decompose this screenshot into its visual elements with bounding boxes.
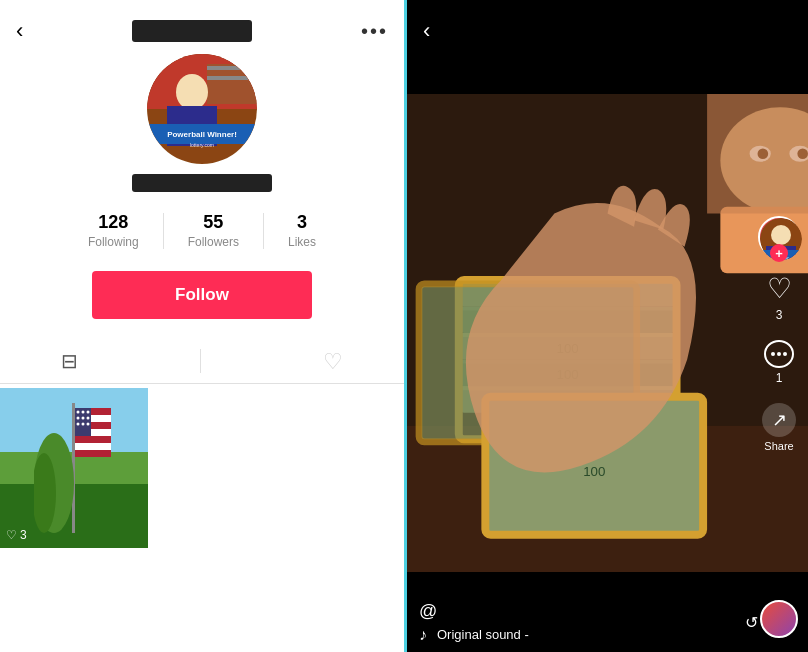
following-count: 128 [98,212,128,233]
svg-point-6 [176,74,208,110]
video-header: ‹ [407,0,808,54]
sound-label: Original sound - [437,627,529,642]
music-note-icon: ♪ [419,626,427,644]
svg-text:Powerball Winner!: Powerball Winner! [167,130,237,139]
following-stat: 128 Following [88,212,139,249]
profile-header: ‹ ••• [0,0,404,54]
share-label: Share [764,440,793,452]
svg-text:lottery.com: lottery.com [190,142,214,148]
svg-rect-5 [207,76,255,80]
svg-rect-4 [207,66,255,70]
following-label: Following [88,235,139,249]
comment-count: 1 [776,371,783,385]
video-like-count: ♡ 3 [6,528,27,542]
svg-point-24 [82,417,85,420]
flag-image [34,403,114,533]
at-symbol-icon: @ [419,601,437,622]
header-title-redacted [132,20,252,42]
video-bottom-bar [407,572,808,592]
like-action[interactable]: ♡ 3 [767,272,792,322]
like-count: 3 [776,308,783,322]
back-button[interactable]: ‹ [16,18,23,44]
comment-icon[interactable] [764,340,794,368]
svg-rect-57 [707,94,808,214]
avatar: Powerball Winner! lottery.com [147,54,257,164]
followers-count: 55 [203,212,223,233]
stat-divider-2 [263,213,264,249]
svg-rect-16 [75,436,111,443]
bottom-username-row: @ [419,601,796,622]
likes-stat: 3 Likes [288,212,316,249]
video-thumbnail[interactable]: ♡ 3 [0,388,148,548]
svg-rect-17 [75,443,111,450]
stat-divider-1 [163,213,164,249]
profile-tabs: ⊟ ♡ [0,349,404,384]
followers-label: Followers [188,235,239,249]
bottom-avatar[interactable] [760,600,798,638]
tab-liked-icon[interactable]: ♡ [323,349,343,375]
video-frame: 100 100 100 [407,94,808,572]
follow-button[interactable]: Follow [92,271,312,319]
creator-avatar-container[interactable]: Winner + [758,216,800,258]
bottom-sound-row: ♪ Original sound - [419,626,796,644]
svg-point-20 [77,411,80,414]
svg-point-28 [87,423,90,426]
followers-stat: 55 Followers [188,212,239,249]
svg-point-27 [82,423,85,426]
svg-point-26 [77,423,80,426]
follow-plus-icon[interactable]: + [770,244,788,262]
svg-point-23 [77,417,80,420]
video-content-area[interactable]: 100 100 100 [407,94,808,572]
video-back-button[interactable]: ‹ [423,18,430,44]
svg-point-21 [82,411,85,414]
videos-grid: ♡ 3 [0,388,404,652]
video-top-bar [407,54,808,94]
comment-action[interactable]: 1 [764,340,794,385]
username-redacted [132,174,272,192]
video-panel: ‹ [404,0,808,652]
svg-point-22 [87,411,90,414]
svg-point-59 [771,225,791,245]
video-visual: 100 100 100 [407,94,808,572]
undo-icon[interactable]: ↺ [745,613,758,632]
likes-label: Likes [288,235,316,249]
like-number: 3 [20,528,27,542]
likes-count: 3 [297,212,307,233]
avatar-image: Powerball Winner! lottery.com [147,54,257,164]
like-heart-icon[interactable]: ♡ [767,272,792,305]
svg-text:100: 100 [583,464,605,479]
share-action[interactable]: ↗ Share [762,403,796,452]
svg-rect-18 [75,450,111,457]
side-actions: Winner + ♡ 3 [758,216,800,452]
heart-icon: ♡ [6,528,17,542]
stats-row: 128 Following 55 Followers 3 Likes [0,212,404,249]
share-icon[interactable]: ↗ [762,403,796,437]
tab-divider [200,349,201,373]
profile-panel: ‹ ••• [0,0,404,652]
tab-grid-icon[interactable]: ⊟ [61,349,78,375]
more-options-button[interactable]: ••• [361,20,388,43]
svg-point-25 [87,417,90,420]
creator-avatar: Winner + [758,216,800,258]
